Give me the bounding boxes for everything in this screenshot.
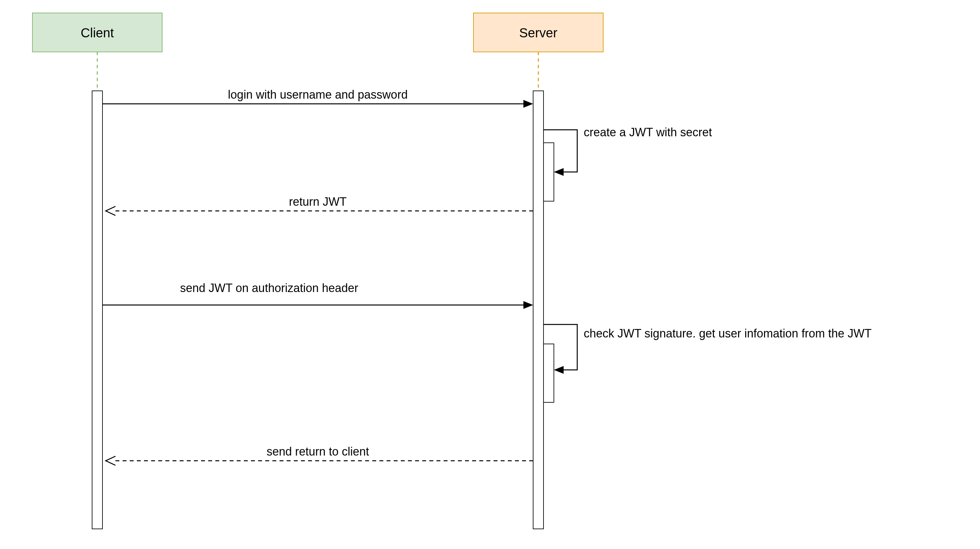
actor-client-label: Client (81, 26, 114, 40)
actor-server: Server (474, 13, 603, 52)
message-send-return-label: send return to client (267, 445, 369, 458)
message-send-jwt-label: send JWT on authorization header (180, 281, 358, 295)
svg-marker-6 (554, 168, 563, 176)
message-login: login with username and password (102, 88, 533, 108)
message-check-jwt-label: check JWT signature. get user infomation… (584, 327, 872, 340)
activation-server-self-2 (544, 344, 554, 402)
message-create-jwt: create a JWT with secret (544, 126, 712, 176)
message-create-jwt-label: create a JWT with secret (584, 126, 712, 139)
svg-marker-5 (523, 100, 533, 108)
message-return-jwt: return JWT (106, 195, 533, 215)
message-return-jwt-label: return JWT (289, 195, 347, 208)
actor-server-label: Server (519, 26, 557, 40)
message-check-jwt: check JWT signature. get user infomation… (544, 324, 872, 374)
activation-server (533, 91, 544, 529)
message-send-return: send return to client (106, 445, 533, 465)
svg-marker-10 (554, 366, 563, 374)
activation-client (92, 91, 102, 529)
actor-client: Client (32, 13, 162, 52)
svg-marker-9 (523, 301, 533, 309)
message-login-label: login with username and password (228, 88, 407, 101)
sequence-diagram: Client Server login with username and pa… (0, 0, 980, 549)
message-send-jwt: send JWT on authorization header (102, 281, 533, 309)
activation-server-self-1 (544, 143, 554, 201)
